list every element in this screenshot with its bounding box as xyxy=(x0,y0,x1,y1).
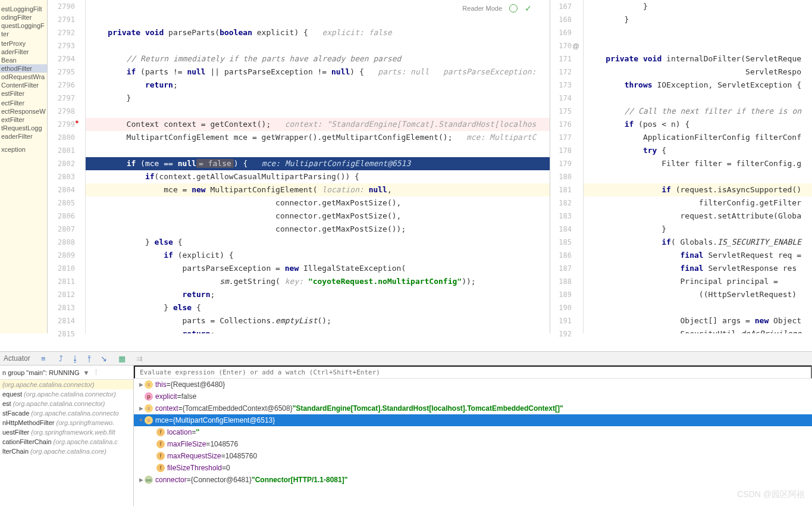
menu-icon[interactable]: ⋮ xyxy=(93,368,99,376)
code-line[interactable]: } else { xyxy=(86,301,550,314)
stack-frame[interactable]: est (org.apache.catalina.connector) xyxy=(0,399,133,408)
right-editor[interactable]: 167168169170@171172173174175176177178179… xyxy=(550,0,812,333)
code-line[interactable]: ServletRespo xyxy=(584,65,812,79)
grid-icon[interactable]: ▦ xyxy=(117,354,127,363)
code-line[interactable]: sm.getString( key: "coyoteRequest.noMult… xyxy=(86,275,550,288)
code-line[interactable]: if (explicit) { xyxy=(86,249,550,262)
structure-item[interactable]: estFilter xyxy=(0,89,47,98)
code-line[interactable]: } xyxy=(584,13,812,26)
code-line[interactable]: try { xyxy=(584,144,812,157)
code-line[interactable] xyxy=(86,144,550,157)
code-line[interactable] xyxy=(86,13,550,26)
code-line[interactable] xyxy=(584,26,812,39)
structure-item[interactable]: ectResponseW xyxy=(0,107,47,115)
arrow-up-icon[interactable]: ⤴ xyxy=(57,354,66,363)
structure-item[interactable]: ter xyxy=(0,30,47,38)
structure-item[interactable]: ectFilter xyxy=(0,99,47,107)
code-line[interactable]: final ServletRequest req = xyxy=(584,249,812,262)
variable-node[interactable]: flocation = '' xyxy=(134,426,812,438)
code-line[interactable]: SecurityUtil.doAsPrivilege xyxy=(584,327,812,333)
structure-item[interactable]: questLoggingF xyxy=(0,21,47,30)
code-line[interactable]: Context context = getContext(); context:… xyxy=(86,118,550,131)
variable-node[interactable]: ▶≡context = {TomcatEmbeddedContext@6508}… xyxy=(134,402,812,414)
stack-frame[interactable]: lterChain (org.apache.catalina.core) xyxy=(0,446,133,456)
structure-item[interactable]: ContentFilter xyxy=(0,81,47,89)
stack-frame[interactable]: cationFilterChain (org.apache.catalina.c xyxy=(0,437,133,446)
structure-item[interactable]: odingFilter xyxy=(0,13,47,21)
variable-node[interactable]: ▼≡mce = {MultipartConfigElement@6513} xyxy=(134,414,812,426)
variable-node[interactable]: fmaxRequestSize = 10485760 xyxy=(134,450,812,462)
structure-panel[interactable]: estLoggingFiltodingFilterquestLoggingFte… xyxy=(0,0,48,333)
variables-panel[interactable]: ▶≡this = {Request@6480}pexplicit = false… xyxy=(134,366,812,506)
code-line[interactable] xyxy=(584,39,812,52)
code-line[interactable]: Object[] args = new Object xyxy=(584,314,812,327)
gutter[interactable]: 167168169170@171172173174175176177178179… xyxy=(550,0,584,333)
list-icon[interactable]: ≡ xyxy=(39,354,48,363)
code-line[interactable]: if (request.isAsyncSupported() xyxy=(584,183,812,196)
code-line[interactable]: } xyxy=(584,0,812,13)
code-line[interactable] xyxy=(584,170,812,183)
structure-item[interactable]: ethodFilter xyxy=(0,64,47,73)
code-line[interactable]: throws IOException, ServletException { xyxy=(584,79,812,92)
stack-frame[interactable]: stFacade (org.apache.catalina.connecto xyxy=(0,408,133,418)
structure-item[interactable]: aderFilter xyxy=(0,48,47,56)
structure-item[interactable]: extFilter xyxy=(0,115,47,124)
code-line[interactable]: return; xyxy=(86,288,550,301)
structure-item[interactable]: terProxy xyxy=(0,39,47,48)
code-line[interactable] xyxy=(584,92,812,105)
code-line[interactable]: Filter filter = filterConfig.g xyxy=(584,157,812,170)
stack-frame[interactable]: (org.apache.catalina.connector) xyxy=(0,380,133,389)
variable-node[interactable]: ▶ooconnector = {Connector@6481} "Connect… xyxy=(134,474,812,486)
code-line[interactable]: MultipartConfigElement mce = getWrapper(… xyxy=(86,131,550,144)
code-line[interactable]: partsParseException = new IllegalStateEx… xyxy=(86,262,550,275)
code-line[interactable] xyxy=(86,105,550,118)
code-line[interactable]: final ServletResponse res xyxy=(584,262,812,275)
variable-node[interactable]: pexplicit = false xyxy=(134,391,812,402)
code-line[interactable]: filterConfig.getFilter xyxy=(584,196,812,210)
code-line[interactable]: } xyxy=(584,223,812,236)
code-line[interactable]: connector.getMaxPostSize(), xyxy=(86,196,550,210)
variable-node[interactable]: ▶≡this = {Request@6480} xyxy=(134,379,812,391)
structure-item[interactable]: tRequestLogg xyxy=(0,124,47,132)
code-line[interactable]: parts = Collections.emptyList(); xyxy=(86,314,550,327)
code-line[interactable]: private void internalDoFilter(ServletReq… xyxy=(584,52,812,65)
code-line[interactable]: // Return immediately if the parts have … xyxy=(86,52,550,65)
code-line[interactable]: Principal principal = xyxy=(584,275,812,288)
code-line[interactable] xyxy=(86,0,550,13)
code-line[interactable]: if (mce == null= false) { mce: Multipart… xyxy=(86,157,550,170)
code-area[interactable]: } } private void internalDoFilter(Servle… xyxy=(584,0,812,333)
structure-item[interactable]: odRequestWra xyxy=(0,73,47,81)
gutter[interactable]: 2790279127922793279427952796279727982799… xyxy=(48,0,86,333)
variable-node[interactable]: fmaxFileSize = 1048576 xyxy=(134,438,812,450)
code-line[interactable]: ((HttpServletRequest) xyxy=(584,288,812,301)
code-line[interactable]: if( Globals.IS_SECURITY_ENABLE xyxy=(584,236,812,249)
code-line[interactable]: connector.getMaxPostSize(), xyxy=(86,210,550,223)
variable-node[interactable]: ffileSizeThreshold = 0 xyxy=(134,462,812,474)
code-line[interactable]: // Call the next filter if there is on xyxy=(584,105,812,118)
code-line[interactable]: private void parseParts(boolean explicit… xyxy=(86,26,550,39)
code-line[interactable]: if (pos < n) { xyxy=(584,118,812,131)
stack-frame[interactable]: equest (org.apache.catalina.connector) xyxy=(0,389,133,399)
thread-header[interactable]: n group "main": RUNNING ▼ ⋮ xyxy=(0,366,133,380)
evaluate-input[interactable] xyxy=(134,366,812,379)
code-line[interactable] xyxy=(86,39,550,52)
code-line[interactable]: if (parts != null || partsParseException… xyxy=(86,65,550,79)
code-line[interactable]: if(context.getAllowCasualMultipartParsin… xyxy=(86,170,550,183)
code-line[interactable]: return; xyxy=(86,327,550,333)
code-line[interactable]: } xyxy=(86,92,550,105)
filter-icon[interactable]: ▼ xyxy=(83,369,89,376)
code-line[interactable]: return; xyxy=(86,79,550,92)
actuator-tab[interactable]: Actuator xyxy=(4,354,30,363)
code-line[interactable]: mce = new MultipartConfigElement( locati… xyxy=(86,183,550,196)
structure-item[interactable]: xception xyxy=(0,145,47,154)
structure-item[interactable]: estLoggingFilt xyxy=(0,5,47,13)
code-area[interactable]: private void parseParts(boolean explicit… xyxy=(86,0,550,333)
frames-panel[interactable]: n group "main": RUNNING ▼ ⋮ (org.apache.… xyxy=(0,366,134,506)
code-line[interactable]: connector.getMaxPostSize()); xyxy=(86,223,550,236)
stack-frame[interactable]: nHttpMethodFilter (org.springframewo. xyxy=(0,418,133,427)
structure-item[interactable]: eaderFilter xyxy=(0,132,47,140)
code-line[interactable]: request.setAttribute(Globa xyxy=(584,210,812,223)
download-icon[interactable]: ⭳ xyxy=(71,354,80,363)
code-line[interactable] xyxy=(584,301,812,314)
code-line[interactable]: ApplicationFilterConfig filterConf xyxy=(584,131,812,144)
